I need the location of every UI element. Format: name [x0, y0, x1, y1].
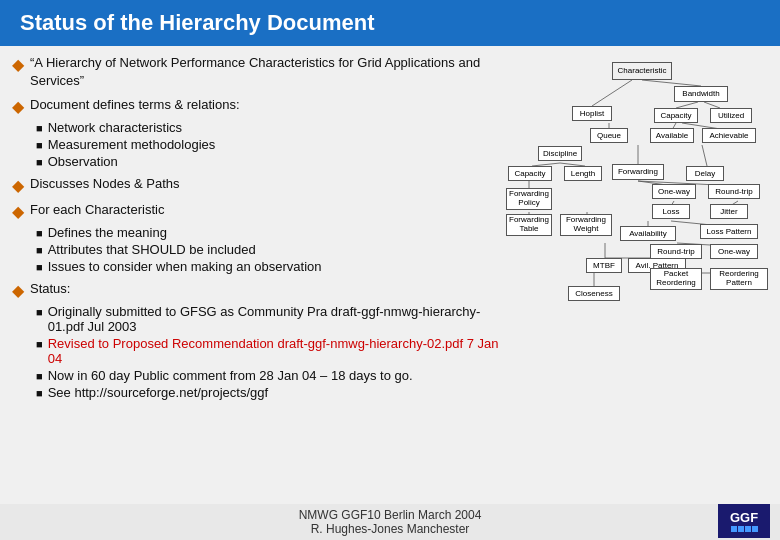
- bullet-4a-text: Defines the meaning: [48, 225, 167, 240]
- bullet-5a-text: Originally submitted to GFSG as Communit…: [48, 304, 502, 334]
- right-panel: Characteristic Bandwidth Hoplist Capacit…: [502, 54, 780, 496]
- node-discipline: Discipline: [538, 146, 582, 161]
- diamond-icon-1: ◆: [12, 55, 24, 74]
- node-closeness: Closeness: [568, 286, 620, 301]
- diamond-icon-2: ◆: [12, 97, 24, 116]
- node-queue: Queue: [590, 128, 628, 143]
- node-losspattern: Loss Pattern: [700, 224, 758, 239]
- bullet-3-text: Discusses Nodes & Paths: [30, 175, 502, 193]
- node-fwdpolicy: ForwardingPolicy: [506, 188, 552, 210]
- diamond-icon-5: ◆: [12, 281, 24, 300]
- bullet-4b: ■ Attributes that SHOULD be included: [36, 242, 502, 257]
- sq-icon-4c: ■: [36, 261, 43, 273]
- node-mtbf: MTBF: [586, 258, 622, 273]
- sq-icon-2c: ■: [36, 156, 43, 168]
- bullet-5c: ■ Now in 60 day Public comment from 28 J…: [36, 368, 502, 383]
- node-characteristic: Characteristic: [612, 62, 672, 80]
- node-available: Available: [650, 128, 694, 143]
- bullet-5-text: Status:: [30, 280, 502, 298]
- bullet-3: ◆ Discusses Nodes & Paths: [12, 175, 502, 195]
- node-jitter: Jitter: [710, 204, 748, 219]
- bullet-5d: ■ See http://sourceforge.net/projects/gg…: [36, 385, 502, 400]
- svg-line-1: [592, 80, 632, 106]
- bullet-2c: ■ Observation: [36, 154, 502, 169]
- bullet-4a: ■ Defines the meaning: [36, 225, 502, 240]
- bullet-4: ◆ For each Characteristic: [12, 201, 502, 221]
- bullet-4b-text: Attributes that SHOULD be included: [48, 242, 256, 257]
- bullet-4c: ■ Issues to consider when making an obse…: [36, 259, 502, 274]
- sq-icon-4a: ■: [36, 227, 43, 239]
- hierarchy-tree: Characteristic Bandwidth Hoplist Capacit…: [502, 58, 780, 368]
- node-roundtrip2: Round-trip: [650, 244, 702, 259]
- bullet-2a: ■ Network characteristics: [36, 120, 502, 135]
- sq-icon-5d: ■: [36, 387, 43, 399]
- bullet-2c-text: Observation: [48, 154, 118, 169]
- node-availability: Availability: [620, 226, 676, 241]
- left-panel: ◆ “A Hierarchy of Network Performance Ch…: [12, 54, 502, 496]
- bullet-5a: ■ Originally submitted to GFSG as Commun…: [36, 304, 502, 334]
- node-reorderpattern: ReorderingPattern: [710, 268, 768, 290]
- bullet-5c-text: Now in 60 day Public comment from 28 Jan…: [48, 368, 413, 383]
- node-length: Length: [564, 166, 602, 181]
- bullet-1: ◆ “A Hierarchy of Network Performance Ch…: [12, 54, 502, 90]
- node-hoplist: Hoplist: [572, 106, 612, 121]
- node-capacity: Capacity: [654, 108, 698, 123]
- bullet-2b-text: Measurement methodologies: [48, 137, 216, 152]
- node-delay: Delay: [686, 166, 724, 181]
- slide-content: ◆ “A Hierarchy of Network Performance Ch…: [0, 46, 780, 504]
- node-roundtrip: Round-trip: [708, 184, 760, 199]
- footer-line1: NMWG GGF10 Berlin March 2004: [4, 508, 776, 522]
- node-bandwidth: Bandwidth: [674, 86, 728, 102]
- bullet-1-text: “A Hierarchy of Network Performance Char…: [30, 54, 502, 90]
- sq-icon-5b: ■: [36, 338, 43, 350]
- sq-icon-5c: ■: [36, 370, 43, 382]
- footer-line2: R. Hughes-Jones Manchester: [4, 522, 776, 536]
- bullet-2-text: Document defines terms & relations:: [30, 96, 502, 114]
- bullet-4c-text: Issues to consider when making an observ…: [48, 259, 322, 274]
- node-fwdweight: ForwardingWeight: [560, 214, 612, 236]
- sq-icon-2a: ■: [36, 122, 43, 134]
- node-packetreorder: PacketReordering: [650, 268, 702, 290]
- bullet-2a-text: Network characteristics: [48, 120, 182, 135]
- diamond-icon-3: ◆: [12, 176, 24, 195]
- bullet-5b: ■ Revised to Proposed Recommendation dra…: [36, 336, 502, 366]
- slide: Status of the Hierarchy Document ◆ “A Hi…: [0, 0, 780, 540]
- node-loss: Loss: [652, 204, 690, 219]
- ggf-logo-text: GGF: [730, 510, 758, 525]
- ggf-logo: GGF: [718, 504, 770, 538]
- bullet-4-text: For each Characteristic: [30, 201, 502, 219]
- node-forwarding: Forwarding: [612, 164, 664, 180]
- sq-icon-4b: ■: [36, 244, 43, 256]
- node-capacity2: Capacity: [508, 166, 552, 181]
- node-oneway: One-way: [652, 184, 696, 199]
- bullet-2b: ■ Measurement methodologies: [36, 137, 502, 152]
- node-achievable: Achievable: [702, 128, 756, 143]
- sq-icon-2b: ■: [36, 139, 43, 151]
- bullet-2: ◆ Document defines terms & relations:: [12, 96, 502, 116]
- sq-icon-5a: ■: [36, 306, 43, 318]
- diamond-icon-4: ◆: [12, 202, 24, 221]
- svg-line-10: [702, 145, 707, 166]
- slide-header: Status of the Hierarchy Document: [0, 0, 780, 46]
- bullet-5b-text: Revised to Proposed Recommendation draft…: [48, 336, 502, 366]
- node-oneway2: One-way: [710, 244, 758, 259]
- header-title: Status of the Hierarchy Document: [20, 10, 375, 35]
- node-utilized: Utilized: [710, 108, 752, 123]
- bullet-5d-text: See http://sourceforge.net/projects/ggf: [48, 385, 268, 400]
- slide-footer: NMWG GGF10 Berlin March 2004 R. Hughes-J…: [0, 504, 780, 540]
- node-fwdtable: ForwardingTable: [506, 214, 552, 236]
- bullet-5: ◆ Status:: [12, 280, 502, 300]
